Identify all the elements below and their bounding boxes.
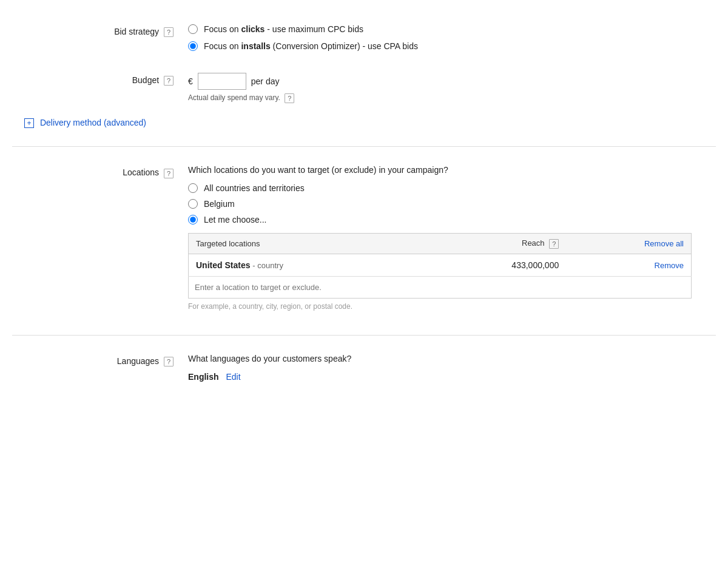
bid-strategy-installs-radio[interactable] [188, 41, 198, 51]
location-all-radio[interactable] [188, 183, 198, 193]
location-name-cell: United States - country [189, 254, 424, 276]
bid-strategy-option-clicks: Focus on clicks - use maximum CPC bids [188, 24, 716, 34]
location-action-cell: Remove [566, 254, 691, 276]
budget-note-text: Actual daily spend may vary. [188, 93, 280, 102]
languages-question: What languages do your customers speak? [188, 354, 716, 363]
reach-help-icon[interactable]: ? [549, 239, 559, 249]
budget-note-row: Actual daily spend may vary. ? [188, 93, 716, 103]
col-targeted-locations: Targeted locations [189, 234, 424, 254]
locations-label: Locations ? [12, 165, 188, 178]
location-search-input[interactable] [188, 277, 692, 299]
location-belgium-radio[interactable] [188, 199, 198, 209]
budget-label-text: Budget [132, 75, 159, 85]
bid-strategy-label: Bid strategy ? [12, 24, 188, 37]
col-remove-all: Remove all [566, 234, 691, 254]
budget-note-help-icon[interactable]: ? [285, 93, 294, 103]
languages-section: Languages ? What languages do your custo… [12, 354, 716, 382]
remove-all-link[interactable]: Remove all [644, 239, 684, 248]
section-divider-2 [12, 335, 716, 336]
location-option-belgium: Belgium [188, 199, 716, 209]
currency-symbol: € [188, 76, 193, 86]
location-option-all: All countries and territories [188, 183, 716, 193]
bid-strategy-installs-label: Focus on installs (Conversion Optimizer)… [204, 41, 418, 51]
bid-strategy-label-text: Bid strategy [114, 27, 159, 36]
table-header-row: Targeted locations Reach ? Remove all [189, 234, 692, 254]
remove-location-link[interactable]: Remove [655, 261, 684, 270]
budget-input[interactable] [198, 73, 246, 90]
location-choose-label: Let me choose... [204, 215, 267, 225]
table-row: United States - country 433,000,000 Remo… [189, 254, 692, 276]
bid-strategy-help-icon[interactable]: ? [164, 27, 174, 37]
bid-strategy-section: Bid strategy ? Focus on clicks - use max… [12, 24, 716, 58]
locations-label-text: Locations [123, 167, 159, 177]
location-choose-radio[interactable] [188, 215, 198, 225]
languages-edit-link[interactable]: Edit [226, 372, 240, 382]
locations-question: Which locations do you want to target (o… [188, 165, 716, 175]
location-all-label: All countries and territories [204, 183, 305, 193]
locations-section: Locations ? Which locations do you want … [12, 165, 716, 311]
languages-answer: English Edit [188, 372, 716, 382]
bid-strategy-content: Focus on clicks - use maximum CPC bids F… [188, 24, 716, 58]
budget-help-icon[interactable]: ? [164, 76, 174, 86]
delivery-method-section: + Delivery method (advanced) [24, 118, 716, 128]
languages-content: What languages do your customers speak? … [188, 354, 716, 382]
languages-value: English [188, 372, 219, 382]
locations-content: Which locations do you want to target (o… [188, 165, 716, 311]
budget-label: Budget ? [12, 73, 188, 86]
languages-help-icon[interactable]: ? [164, 357, 174, 366]
location-belgium-label: Belgium [204, 199, 235, 209]
bid-strategy-clicks-radio[interactable] [188, 24, 198, 34]
bid-strategy-clicks-label: Focus on clicks - use maximum CPC bids [204, 24, 363, 34]
location-example-text: For example, a country, city, region, or… [188, 302, 716, 311]
bid-strategy-option-installs: Focus on installs (Conversion Optimizer)… [188, 41, 716, 51]
locations-help-icon[interactable]: ? [164, 169, 174, 178]
targeted-locations-table: Targeted locations Reach ? Remove all U [188, 233, 692, 277]
location-country-name: United States [196, 260, 250, 270]
budget-content: € per day Actual daily spend may vary. ? [188, 73, 716, 103]
location-option-choose: Let me choose... [188, 215, 716, 225]
delivery-method-link[interactable]: Delivery method (advanced) [40, 118, 146, 127]
budget-input-row: € per day [188, 73, 716, 90]
section-divider [12, 146, 716, 147]
budget-section: Budget ? € per day Actual daily spend ma… [12, 73, 716, 103]
location-reach-value: 433,000,000 [424, 254, 567, 276]
delivery-expand-icon[interactable]: + [24, 118, 34, 128]
location-country-type: - country [252, 261, 283, 270]
per-day-label: per day [251, 76, 280, 86]
col-reach: Reach ? [424, 234, 567, 254]
languages-label-text: Languages [117, 356, 159, 366]
languages-label: Languages ? [12, 354, 188, 366]
